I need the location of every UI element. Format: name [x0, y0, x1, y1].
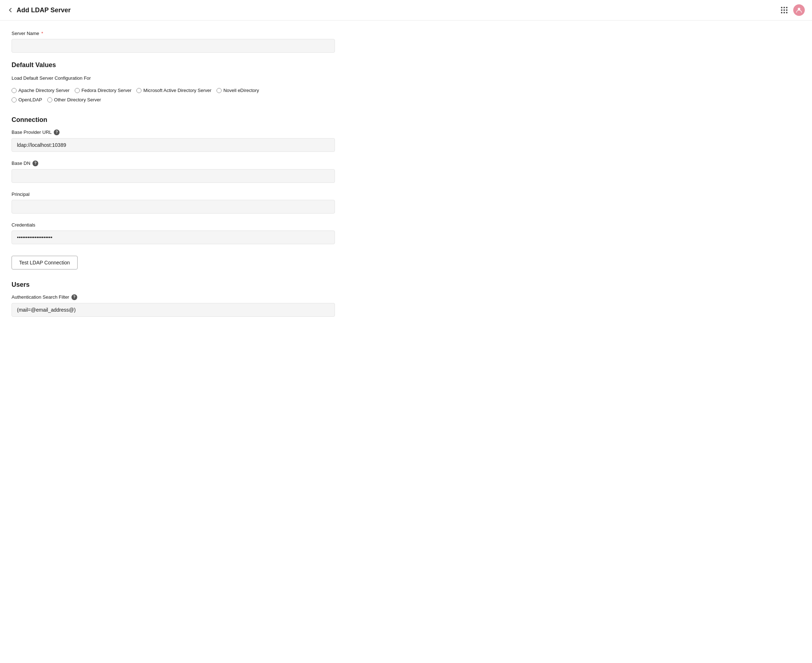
- credentials-input[interactable]: [11, 231, 335, 244]
- base-dn-label: Base DN ?: [11, 160, 335, 166]
- server-name-label: Server Name *: [11, 31, 335, 36]
- base-provider-url-label: Base Provider URL ?: [11, 129, 335, 135]
- radio-fedora[interactable]: Fedora Directory Server: [75, 86, 132, 95]
- radio-openldap[interactable]: OpenLDAP: [11, 95, 42, 105]
- base-provider-url-field: Base Provider URL ?: [11, 129, 335, 152]
- auth-search-filter-input[interactable]: [11, 303, 335, 317]
- base-provider-url-input[interactable]: [11, 138, 335, 152]
- connection-title: Connection: [11, 116, 335, 124]
- base-dn-input[interactable]: [11, 169, 335, 183]
- radio-openldap-label: OpenLDAP: [18, 95, 42, 105]
- principal-input[interactable]: [11, 200, 335, 213]
- credentials-field: Credentials: [11, 222, 335, 244]
- server-name-input[interactable]: [11, 39, 335, 53]
- auth-search-filter-help-icon[interactable]: ?: [71, 294, 77, 300]
- principal-field: Principal: [11, 192, 335, 213]
- radio-other-label: Other Directory Server: [54, 95, 101, 105]
- user-avatar[interactable]: [793, 4, 805, 16]
- base-provider-url-help-icon[interactable]: ?: [54, 129, 60, 135]
- radio-novell-input[interactable]: [217, 88, 222, 93]
- radio-apache-input[interactable]: [11, 88, 16, 93]
- radio-group-label: Load Default Server Configuration For: [11, 75, 335, 82]
- default-values-section: Default Values Load Default Server Confi…: [11, 61, 335, 105]
- auth-search-filter-label: Authentication Search Filter ?: [11, 294, 335, 300]
- credentials-label: Credentials: [11, 222, 335, 228]
- page-header: Add LDAP Server: [0, 0, 812, 21]
- radio-openldap-input[interactable]: [11, 97, 16, 102]
- required-indicator: *: [42, 31, 43, 36]
- server-name-field: Server Name *: [11, 31, 335, 53]
- users-title: Users: [11, 281, 335, 289]
- radio-other[interactable]: Other Directory Server: [47, 95, 101, 105]
- radio-microsoft[interactable]: Microsoft Active Directory Server: [136, 86, 211, 95]
- directory-server-radio-group-row2: OpenLDAP Other Directory Server: [11, 95, 335, 105]
- test-ldap-connection-button[interactable]: Test LDAP Connection: [11, 256, 78, 270]
- apps-grid-icon[interactable]: [781, 7, 788, 13]
- radio-other-input[interactable]: [47, 97, 52, 102]
- principal-label: Principal: [11, 192, 335, 197]
- connection-section: Connection Base Provider URL ? Base DN ?…: [11, 116, 335, 270]
- users-section: Users Authentication Search Filter ?: [11, 281, 335, 317]
- radio-novell[interactable]: Novell eDirectory: [217, 86, 259, 95]
- auth-search-filter-field: Authentication Search Filter ?: [11, 294, 335, 317]
- radio-apache[interactable]: Apache Directory Server: [11, 86, 70, 95]
- radio-microsoft-label: Microsoft Active Directory Server: [143, 86, 211, 95]
- page-title: Add LDAP Server: [16, 6, 781, 14]
- back-button[interactable]: [7, 5, 16, 15]
- radio-fedora-input[interactable]: [75, 88, 80, 93]
- radio-apache-label: Apache Directory Server: [18, 86, 70, 95]
- main-content: Server Name * Default Values Load Defaul…: [0, 21, 347, 338]
- default-values-title: Default Values: [11, 61, 335, 69]
- base-dn-help-icon[interactable]: ?: [32, 160, 38, 166]
- radio-novell-label: Novell eDirectory: [224, 86, 259, 95]
- radio-fedora-label: Fedora Directory Server: [81, 86, 132, 95]
- directory-server-radio-group: Apache Directory Server Fedora Directory…: [11, 86, 335, 95]
- header-actions: [781, 4, 805, 16]
- base-dn-field: Base DN ?: [11, 160, 335, 183]
- radio-microsoft-input[interactable]: [136, 88, 141, 93]
